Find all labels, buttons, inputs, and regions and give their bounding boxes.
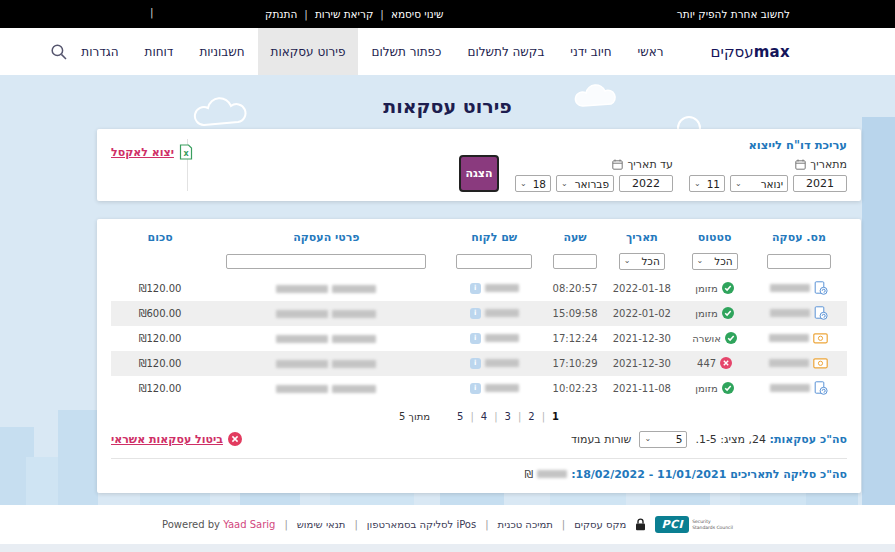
credit-card-icon <box>813 333 828 344</box>
time-filter-input[interactable] <box>553 254 597 269</box>
to-month-select[interactable]: פברואר⌄ <box>556 175 614 192</box>
table-row[interactable]: מזומן 2021-11-08 10:02:23 i ₪120.00 <box>111 376 847 401</box>
nav-item-manual-charge[interactable]: חיוב ידני <box>557 28 624 75</box>
summary-row: סה"כ עסקאות: 24, מציג: 1-5. 5⌄ שורות בעמ… <box>111 431 847 448</box>
to-day-select[interactable]: 18⌄ <box>515 175 551 192</box>
from-year-input[interactable] <box>793 175 847 192</box>
footer-link-tech-support[interactable]: תמיכה טכנית <box>498 519 553 530</box>
from-date-group: מתאריך ינואר⌄ 11⌄ <box>689 158 847 192</box>
table-row[interactable]: אושרה 2021-12-30 17:12:24 i ₪120.00 <box>111 326 847 351</box>
info-icon[interactable]: i <box>470 358 481 369</box>
nav-item-home[interactable]: ראשי <box>625 28 677 75</box>
nav-item-settings[interactable]: הגדרות <box>68 28 131 75</box>
page-link[interactable]: 4 <box>481 411 487 422</box>
info-icon[interactable]: i <box>470 383 481 394</box>
cash-receipt-icon <box>814 281 828 295</box>
brand-logo[interactable]: max עסקים <box>711 28 790 75</box>
page-link[interactable]: 1 <box>552 411 559 422</box>
info-icon[interactable]: i <box>470 333 481 344</box>
footer: PCI SecurityStandards Council מקס עסקים … <box>0 505 895 544</box>
status-text: מזומן <box>695 383 718 394</box>
table-row[interactable]: מזומן 2022-01-18 08:20:57 i ₪120.00 <box>111 276 847 301</box>
redacted-txn-details <box>332 310 376 318</box>
building-silhouette <box>862 117 895 505</box>
excel-file-icon: x <box>179 144 193 160</box>
txn-date: 2021-12-30 <box>613 358 671 369</box>
footer-link-ipos[interactable]: iPos לסליקה בסמארטפון <box>367 519 476 530</box>
nav-item-payment-button[interactable]: כפתור תשלום <box>358 28 454 75</box>
nav-item-payment-request[interactable]: בקשה לתשלום <box>454 28 557 75</box>
redacted-customer-name <box>485 309 519 317</box>
page-link[interactable]: 3 <box>505 411 511 422</box>
show-button[interactable]: הצגה <box>459 155 499 192</box>
pagination: 1 | 2 | 3 | 4 | 5 מתוך 5 <box>111 411 847 422</box>
service-call-link[interactable]: קריאת שירות <box>315 8 373 20</box>
txn-amount: ₪120.00 <box>139 358 182 369</box>
from-day-select[interactable]: 11⌄ <box>689 175 725 192</box>
transactions-panel: מס. עסקה סטטוס תאריך שעה שם לקוח פרטי הע… <box>97 219 861 493</box>
transactions-table: מס. עסקה סטטוס תאריך שעה שם לקוח פרטי הע… <box>111 229 847 401</box>
txn-date: 2021-11-08 <box>613 383 671 394</box>
content-area: פירוט עסקאות עריכת דו"ח לייצוא מתאריך ינ… <box>0 75 895 505</box>
txn-date: 2022-01-02 <box>613 308 671 319</box>
chevron-down-icon: ⌄ <box>520 180 527 188</box>
page-separator: | <box>542 411 545 422</box>
from-month-select[interactable]: ינואר⌄ <box>730 175 788 192</box>
footer-link-max-business[interactable]: מקס עסקים <box>574 519 626 530</box>
nav-item-reports[interactable]: דוחות <box>132 28 187 75</box>
txn-date: 2021-12-30 <box>613 333 671 344</box>
page-of-label: מתוך 5 <box>399 411 430 422</box>
cash-receipt-icon <box>814 306 828 320</box>
chevron-down-icon: ⌄ <box>735 180 742 188</box>
table-row[interactable]: 447 2021-12-30 17:10:29 i ₪120.00 <box>111 351 847 376</box>
date-filter-select[interactable]: הכל⌄ <box>619 253 665 270</box>
redacted-customer-name <box>485 334 519 342</box>
txn-time: 15:09:58 <box>553 308 598 319</box>
info-icon[interactable]: i <box>470 308 481 319</box>
chevron-down-icon: ⌄ <box>561 180 568 188</box>
info-icon[interactable]: i <box>470 283 481 294</box>
page-link[interactable]: 5 <box>457 411 463 422</box>
edit-export-report-link[interactable]: עריכת דו"ח לייצוא <box>748 138 847 152</box>
customer-filter-input[interactable] <box>456 254 532 269</box>
logout-link[interactable]: התנתק <box>265 8 297 20</box>
table-row[interactable]: מזומן 2022-01-02 15:09:58 i ₪600.00 <box>111 301 847 326</box>
col-header-txn-number: מס. עסקה <box>751 229 847 250</box>
calendar-icon <box>612 159 623 170</box>
change-password-link[interactable]: שינוי סיסמא <box>391 8 444 20</box>
redacted-txn-details <box>332 335 376 343</box>
to-year-input[interactable] <box>619 175 673 192</box>
status-filter-select[interactable]: הכל⌄ <box>692 253 738 270</box>
approved-icon <box>722 282 734 294</box>
nav-item-transaction-details[interactable]: פירוט עסקאות <box>258 28 359 75</box>
rows-per-page-select[interactable]: 5⌄ <box>639 431 687 448</box>
tagline: לחשוב אחרת להפיק יותר <box>677 8 790 20</box>
search-button[interactable] <box>50 28 68 75</box>
txn-number-filter-input[interactable] <box>767 254 831 269</box>
export-excel-link[interactable]: יצוא לאקסל <box>111 146 174 159</box>
nav-item-invoices[interactable]: חשבוניות <box>186 28 257 75</box>
redacted-customer-name <box>485 284 519 292</box>
chevron-down-icon: ⌄ <box>644 435 651 443</box>
approved-icon <box>722 307 734 319</box>
topbar-stray-separator: | <box>150 6 154 18</box>
nav-items: ראשי חיוב ידני בקשה לתשלום כפתור תשלום פ… <box>68 28 676 75</box>
cancel-credit-link[interactable]: ביטול עסקאות אשראי <box>111 433 223 446</box>
page-link[interactable]: 2 <box>528 411 534 422</box>
topbar: לחשוב אחרת להפיק יותר | שינוי סיסמא | קר… <box>0 0 895 28</box>
totals-label: סה"כ עסקאות: <box>770 433 847 446</box>
yaad-sarig-link[interactable]: Yaad Sarig <box>223 519 275 530</box>
details-filter-input[interactable] <box>226 254 426 269</box>
rows-per-page-label: שורות בעמוד <box>571 433 631 446</box>
footer-separator: | <box>562 519 565 530</box>
building-silhouette <box>58 410 98 505</box>
footer-separator: | <box>284 519 287 530</box>
date-range-form: מתאריך ינואר⌄ 11⌄ עד תאריך <box>459 155 847 192</box>
col-header-customer: שם לקוח <box>444 229 545 250</box>
redacted-txn-details <box>332 385 376 393</box>
txn-date: 2022-01-18 <box>613 283 671 294</box>
footer-link-terms[interactable]: תנאי שימוש <box>297 519 346 530</box>
col-header-details: פרטי העסקה <box>209 229 444 250</box>
pci-badge: PCI <box>655 516 689 533</box>
building-silhouette <box>26 457 62 505</box>
